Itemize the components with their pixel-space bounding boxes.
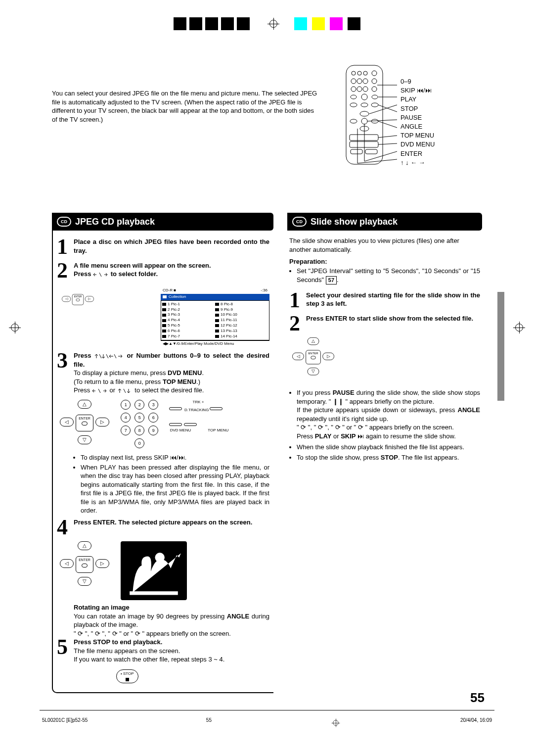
remote-icon: [344, 64, 398, 168]
section-heading-slideshow: CD Slide show playback: [287, 213, 482, 231]
list-item: 13 Pic-13: [215, 329, 268, 334]
left-right-arrows-icon: [93, 272, 108, 277]
svg-point-22: [371, 119, 378, 123]
left-arrow-icon: ◁: [60, 418, 74, 426]
crosshair-icon: [267, 18, 279, 30]
registration-marks: [0, 17, 534, 30]
crosshair-icon: [513, 322, 525, 333]
section-heading-jpeg: CD JPEG CD playback: [52, 213, 273, 231]
step-number: 2: [289, 314, 306, 332]
svg-point-6: [357, 79, 362, 84]
right-arrow-icon: ▷: [85, 296, 94, 302]
remote-labels: 0–9 SKIP ⏮/⏭ PLAY STOP PAUSE ANGLE TOP M…: [400, 77, 435, 167]
list-item: 2 Pic-2: [162, 307, 215, 313]
svg-rect-26: [351, 149, 362, 154]
enter-button-icon: ENTER: [72, 294, 84, 305]
svg-line-42: [106, 354, 108, 358]
svg-line-33: [378, 121, 397, 128]
enter-button-icon: ENTER: [76, 556, 93, 573]
svg-line-34: [378, 136, 397, 138]
step-number: 1: [57, 237, 74, 256]
page: You can select your desired JPEG file on…: [0, 0, 534, 756]
intro-text: You can select your desired JPEG file on…: [52, 89, 319, 124]
remote-label-topmenu: TOP MENU: [400, 131, 435, 140]
left-arrow-icon: ◁: [292, 353, 304, 360]
left-right-arrows-icon: [92, 388, 107, 393]
dvdmenu-button-icon: [169, 423, 182, 426]
svg-point-5: [351, 79, 356, 84]
svg-line-44: [98, 389, 100, 393]
step-number: 2: [57, 261, 74, 280]
step-number: 4: [57, 518, 74, 536]
svg-point-19: [360, 111, 369, 116]
step-1-right: Select your desired starting file for th…: [306, 291, 480, 309]
svg-line-40: [99, 273, 101, 277]
enter-button-icon: ENTER: [76, 415, 93, 431]
thumb-tab: [497, 292, 504, 401]
svg-point-12: [372, 87, 377, 92]
left-arrow-icon: ◁: [60, 559, 74, 568]
cd-badge-icon: CD: [292, 217, 307, 227]
topmenu-button-icon: [184, 423, 197, 426]
svg-point-9: [351, 87, 356, 92]
step-3-notes: To display next list, press SKIP ⏮/⏭. Wh…: [74, 453, 269, 515]
up-arrow-icon: △: [78, 541, 91, 550]
svg-point-20: [350, 119, 357, 123]
up-arrow-icon: △: [308, 337, 319, 345]
reg-black-blocks: [174, 17, 253, 30]
list-item: 11 Pic-11: [215, 318, 268, 323]
remote-label-numbers: 0–9: [400, 77, 435, 86]
numpad-icon: 123 456 789 0: [121, 400, 159, 451]
list-item: 8 Pic-8: [215, 302, 268, 307]
svg-point-8: [372, 79, 377, 84]
step-3-text: Press or Number buttons 0–9 to select th…: [74, 351, 269, 395]
list-item: When PLAY has been pressed after display…: [81, 463, 269, 515]
svg-point-13: [351, 95, 356, 99]
stop-button-icon: • STOP: [116, 669, 138, 683]
rotating-section: Rotating an image You can rotate an imag…: [74, 603, 269, 638]
list-item: 4 Pic-4: [162, 318, 215, 323]
nav-cluster-icon: △ ▽ ◁ ▷ ENTER: [60, 400, 109, 444]
slideshow-intro: The slide show enables you to view pictu…: [289, 236, 480, 254]
step-number: 5: [57, 638, 74, 664]
section-title: Slide show playback: [311, 216, 398, 228]
enter-button-icon: ENTER: [306, 350, 321, 365]
svg-point-4: [372, 71, 377, 76]
list-item: 6 Pic-6: [162, 329, 215, 334]
svg-point-47: [155, 553, 165, 563]
up-arrow-icon: △: [78, 400, 91, 409]
four-arrows-icon: [94, 354, 123, 359]
list-item: 14 Pic-14: [215, 334, 268, 339]
crosshair-icon: [9, 322, 21, 333]
svg-point-15: [372, 95, 378, 99]
step-2-text: A file menu screen will appear on the sc…: [74, 261, 269, 280]
svg-line-39: [357, 159, 397, 163]
svg-point-7: [363, 79, 368, 84]
cd-badge-icon: CD: [57, 217, 71, 227]
enter-cluster-icon: △ ▽ ◁ ▷ ENTER: [292, 337, 334, 376]
down-arrow-icon: ▽: [78, 435, 91, 444]
remote-label-angle: ANGLE: [400, 122, 435, 131]
svg-line-41: [99, 354, 101, 358]
remote-label-arrows: ↑ ↓ ← →: [400, 158, 435, 167]
svg-point-3: [363, 71, 367, 75]
list-item: 5 Pic-5: [162, 323, 215, 329]
reg-color-blocks: [294, 17, 360, 30]
svg-rect-27: [365, 149, 377, 154]
remote-label-dvdmenu: DVD MENU: [400, 140, 435, 149]
enter-cluster-icon: △ ▽ ◁ ▷ ENTER: [60, 541, 109, 586]
picture-illustration: [121, 541, 187, 600]
section-title: JPEG CD playback: [75, 216, 155, 228]
svg-line-30: [369, 105, 397, 114]
up-down-arrows-icon: [118, 388, 133, 393]
svg-point-16: [350, 103, 357, 107]
down-arrow-icon: ▽: [78, 577, 91, 586]
list-item: To stop the slide show, press STOP. The …: [297, 453, 480, 462]
step-number: 3: [57, 351, 74, 395]
step-1-text: Place a disc on which JPEG files have be…: [74, 237, 269, 256]
down-arrow-icon: ▽: [308, 368, 319, 375]
list-item: To display next list, press SKIP ⏮/⏭.: [81, 453, 269, 462]
step-4-text: Press ENTER. The selected picture appear…: [74, 518, 269, 536]
remote-label-play: PLAY: [400, 95, 435, 104]
list-item: 3 Pic-3: [162, 312, 215, 318]
